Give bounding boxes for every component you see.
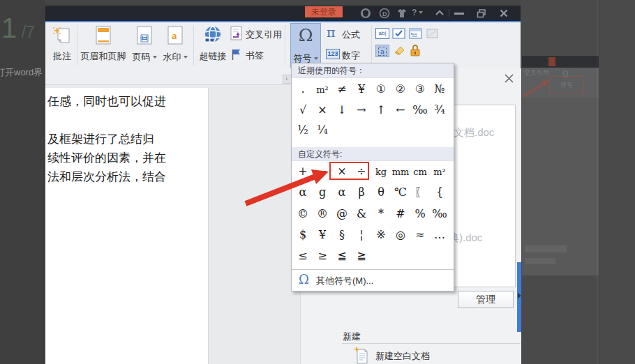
screenshot-root: { "background": { "page_indicator_curren… — [0, 0, 635, 364]
annotation-arrow — [0, 0, 635, 364]
